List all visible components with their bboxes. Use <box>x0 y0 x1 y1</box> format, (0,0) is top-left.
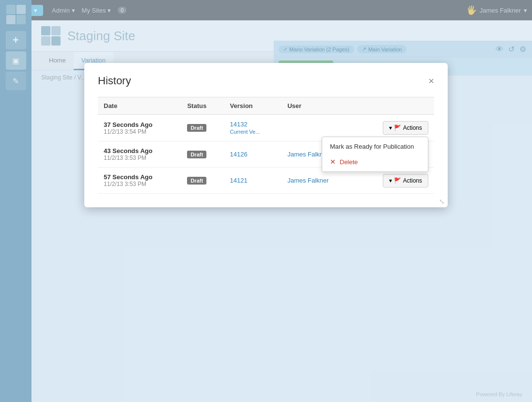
dropdown-wrapper-2: ▾ 🚩 Actions <box>383 174 428 187</box>
actions-cell-0: ▾ 🚩 ActionsMark as Ready for Publication… <box>355 115 434 141</box>
dropdown-wrapper-0: ▾ 🚩 ActionsMark as Ready for Publication… <box>383 121 428 135</box>
flag-icon-0: 🚩 <box>394 124 401 131</box>
modal-title: History <box>98 75 131 87</box>
status-badge: Draft <box>187 124 206 132</box>
status-badge: Draft <box>187 151 206 158</box>
status-badge: Draft <box>187 177 206 185</box>
date-sub: 11/2/13 3:54 PM <box>104 128 175 135</box>
date-sub: 11/2/13 3:53 PM <box>104 181 175 187</box>
date-cell-0: 37 Seconds Ago11/2/13 3:54 PM <box>98 115 181 141</box>
actions-button-2[interactable]: ▾ 🚩 Actions <box>383 174 428 187</box>
modal-close-button[interactable]: × <box>428 76 434 86</box>
status-cell-2: Draft <box>181 168 224 194</box>
resize-handle[interactable]: ⤡ <box>439 198 445 205</box>
col-header-date: Date <box>98 97 181 115</box>
col-header-version: Version <box>224 97 282 115</box>
col-header-status: Status <box>181 97 224 115</box>
user-link[interactable]: James Falkner <box>287 177 329 184</box>
dropdown-arrow-0: ▾ <box>389 124 392 131</box>
date-cell-1: 43 Seconds Ago11/2/13 3:53 PM <box>98 141 181 168</box>
version-cell-0: 14132Current Ve... <box>224 115 282 141</box>
date-main: 43 Seconds Ago <box>104 147 175 155</box>
current-version-label: Current Ve... <box>230 129 260 135</box>
table-header-row: Date Status Version User <box>98 97 434 115</box>
version-cell-1: 14126 <box>224 141 282 168</box>
dropdown-arrow-2: ▾ <box>389 177 392 184</box>
status-cell-1: Draft <box>181 141 224 168</box>
date-cell-2: 57 Seconds Ago11/2/13 3:53 PM <box>98 168 181 194</box>
delete-menu-item[interactable]: ✕ Delete <box>322 154 428 170</box>
version-cell-2: 14121 <box>224 168 282 194</box>
modal-header: History × <box>98 75 434 87</box>
actions-dropdown-0: Mark as Ready for Publication✕ Delete <box>322 137 428 172</box>
version-link[interactable]: 14126 <box>230 151 248 158</box>
col-header-user: User <box>282 97 355 115</box>
col-header-actions <box>355 97 434 115</box>
mark-ready-menu-item[interactable]: Mark as Ready for Publication <box>322 139 428 154</box>
date-main: 57 Seconds Ago <box>104 173 175 181</box>
date-sub: 11/2/13 3:53 PM <box>104 155 175 161</box>
history-modal: History × Date Status Version User 37 Se… <box>84 63 448 207</box>
delete-icon: ✕ <box>330 158 336 166</box>
table-row: 37 Seconds Ago11/2/13 3:54 PMDraft14132C… <box>98 115 434 141</box>
flag-icon-2: 🚩 <box>394 177 401 184</box>
date-main: 37 Seconds Ago <box>104 121 175 128</box>
status-cell-0: Draft <box>181 115 224 141</box>
actions-button-0[interactable]: ▾ 🚩 Actions <box>383 121 428 135</box>
history-table: Date Status Version User 37 Seconds Ago1… <box>98 97 434 194</box>
version-link[interactable]: 14121 <box>230 177 248 184</box>
version-link[interactable]: 14132 <box>230 121 248 128</box>
